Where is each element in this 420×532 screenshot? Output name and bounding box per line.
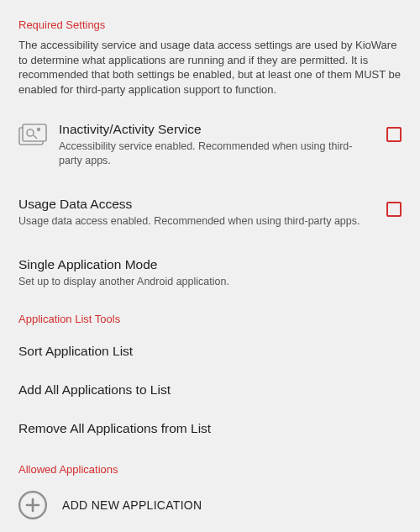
setting-inactivity-activity-service[interactable]: Inactivity/Activity Service Accessibilit… xyxy=(0,113,420,176)
setting-title: Inactivity/Activity Service xyxy=(59,122,373,137)
svg-point-3 xyxy=(37,128,40,131)
action-remove-all-applications[interactable]: Remove All Applications from List xyxy=(0,409,420,448)
setting-subtitle: Set up to display another Android applic… xyxy=(18,275,402,289)
usage-checkbox[interactable] xyxy=(386,202,402,217)
inactivity-checkbox[interactable] xyxy=(386,127,402,142)
setting-usage-data-access[interactable]: Usage Data Access Usage data access enab… xyxy=(0,188,420,237)
section-header-allowed: Allowed Applications xyxy=(0,448,420,482)
plus-icon xyxy=(18,491,47,519)
setting-title: Single Application Mode xyxy=(18,257,402,272)
required-settings-description: The accessibility service and usage data… xyxy=(0,38,420,102)
setting-title: Usage Data Access xyxy=(18,197,373,212)
action-sort-application-list[interactable]: Sort Application List xyxy=(0,332,420,371)
setting-subtitle: Accessibility service enabled. Recommend… xyxy=(59,140,373,168)
section-header-tools: Application List Tools xyxy=(0,298,420,332)
accessibility-icon xyxy=(18,122,59,147)
add-new-application-label: ADD NEW APPLICATION xyxy=(62,498,202,512)
section-header-required: Required Settings xyxy=(0,0,420,38)
setting-single-application-mode[interactable]: Single Application Mode Set up to displa… xyxy=(0,249,420,298)
action-add-all-applications[interactable]: Add All Applications to List xyxy=(0,371,420,409)
setting-subtitle: Usage data access enabled. Recommended w… xyxy=(18,214,373,229)
add-new-application-button[interactable]: ADD NEW APPLICATION xyxy=(0,482,420,528)
